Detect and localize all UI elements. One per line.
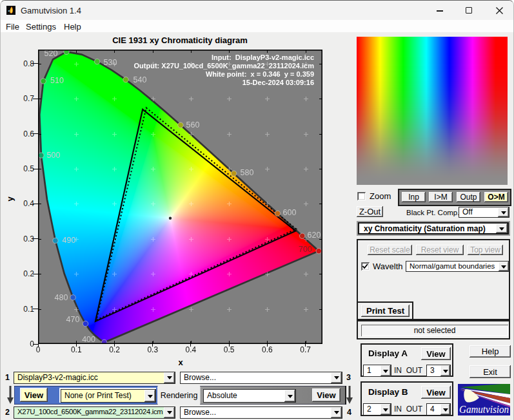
svg-text:Gamutvision: Gamutvision <box>459 403 509 415</box>
